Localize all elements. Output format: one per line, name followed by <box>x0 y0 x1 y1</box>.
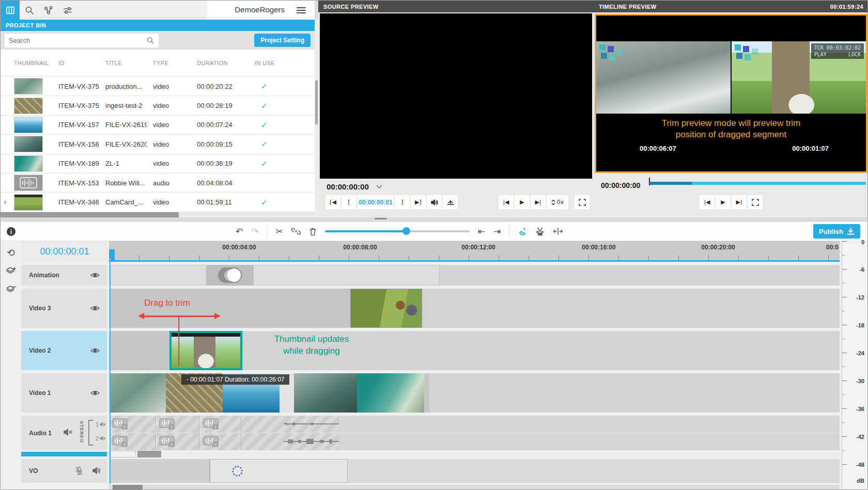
channel-1-muted-icon[interactable] <box>100 422 106 427</box>
audio-clip[interactable]: ? <box>109 416 156 433</box>
scrollbar-thumb[interactable] <box>113 485 143 490</box>
playhead-timecode[interactable]: 00:00:00:01 <box>21 241 108 262</box>
pixelation-artifact <box>599 44 606 51</box>
track-header-video2[interactable]: Video 2 <box>21 331 107 370</box>
settings-sliders-tab[interactable] <box>58 1 77 20</box>
undo-button[interactable]: ↶ <box>236 226 243 236</box>
play-button[interactable]: ▶ <box>515 195 530 209</box>
trim-timecodes: 00:00:06:07 00:00:01:07 <box>596 145 866 152</box>
audio-clip[interactable]: ? <box>109 433 156 450</box>
track-header-animation[interactable]: Animation <box>21 265 107 286</box>
eye-icon[interactable] <box>90 305 100 311</box>
eye-icon[interactable] <box>90 347 100 354</box>
next-frame-button[interactable]: ▶| <box>531 195 546 209</box>
goto-in-button[interactable]: [◀ <box>326 195 340 209</box>
fullscreen-button[interactable] <box>575 195 590 209</box>
play-button[interactable]: ▶ <box>716 195 731 209</box>
row-id: ITEM-VX-1570 <box>52 121 99 129</box>
search-input[interactable] <box>9 37 143 44</box>
audio-clip[interactable]: ? <box>156 433 199 450</box>
mic-muted-icon[interactable] <box>75 466 83 476</box>
vo-clip-region[interactable] <box>109 459 210 483</box>
fullscreen-button[interactable] <box>748 195 763 209</box>
add-track-button[interactable] <box>4 264 18 278</box>
audio-clip[interactable]: ? <box>200 433 241 450</box>
audio-waveform-clip[interactable] <box>284 435 339 449</box>
prev-frame-button[interactable]: |◀ <box>700 195 715 209</box>
playback-speed-button[interactable]: 0x <box>547 195 568 209</box>
in-point-timecode[interactable]: 00:00:00:01 <box>358 195 394 209</box>
timeline-preview-scrubber[interactable] <box>649 182 866 185</box>
timeline-zoom-slider[interactable] <box>325 230 470 232</box>
track-header-audio1[interactable]: Audio 1 STEREO 1 2 <box>21 416 107 450</box>
project-setting-button[interactable]: Project Setting <box>254 34 311 47</box>
panel-resize-handle[interactable] <box>375 218 387 219</box>
next-frame-button[interactable]: ▶| <box>732 195 747 209</box>
ripple-trim-right-button[interactable]: ⇥ <box>493 226 501 236</box>
animation-toggle[interactable] <box>218 267 242 283</box>
track-header-video1[interactable]: Video 1 <box>21 373 107 413</box>
delete-button[interactable] <box>309 227 317 236</box>
animation-clip[interactable] <box>109 265 440 286</box>
bin-vertical-scrollbar[interactable] <box>315 20 318 217</box>
speaker-icon[interactable] <box>92 467 102 475</box>
speaker-muted-icon[interactable] <box>64 428 73 436</box>
table-row[interactable]: ITEM-VX-3752 production... video 00:00:2… <box>1 77 315 96</box>
info-icon[interactable] <box>4 224 18 239</box>
table-row[interactable]: ITEM-VX-1538 Robbie Will... audio 00:04:… <box>1 173 315 193</box>
track-header-video3[interactable]: Video 3 <box>21 289 107 328</box>
row-type: video <box>147 121 191 129</box>
mark-out-button[interactable]: ] <box>395 195 410 209</box>
bin-horizontal-scrollbar[interactable] <box>1 212 315 217</box>
db-label: -6 <box>859 266 864 273</box>
table-row[interactable]: › ITEM-VX-3469 CamCard_... video 00:01:5… <box>1 193 315 212</box>
table-row[interactable]: ITEM-VX-3751 ingest-test-2 video 00:00:2… <box>1 96 315 115</box>
clip-thumbnail <box>14 117 43 133</box>
slider-knob[interactable] <box>402 227 410 235</box>
timeline-horizontal-scrollbar[interactable] <box>109 485 840 490</box>
eye-icon[interactable] <box>90 272 100 278</box>
ruler-label: 00:00:08:00 <box>343 244 377 251</box>
insert-to-timeline-button[interactable] <box>443 195 458 209</box>
chevron-down-icon[interactable] <box>376 185 382 189</box>
project-bin-tab[interactable] <box>1 1 20 20</box>
vo-loading-clip[interactable] <box>210 459 348 483</box>
scrollbar-thumb[interactable] <box>1 212 179 217</box>
trim-mode-button[interactable] <box>553 228 563 235</box>
timeline-ruler[interactable]: 00:00:04:00 00:00:08:00 00:00:12:00 00:0… <box>109 241 840 262</box>
hamburger-menu-icon[interactable] <box>295 4 307 17</box>
remove-track-button[interactable] <box>4 282 18 297</box>
scrollbar-thumb[interactable] <box>315 81 318 124</box>
trim-right-timecode: 00:00:01:07 <box>792 145 829 152</box>
table-row[interactable]: ITEM-VX-1570 FILE-VX-2619 video 00:00:07… <box>1 116 315 135</box>
workflow-tab[interactable] <box>39 1 58 20</box>
channel-2-muted-icon[interactable] <box>100 436 106 441</box>
track-header-vo[interactable]: VO <box>21 459 107 483</box>
audio-clip[interactable]: ? <box>156 416 199 433</box>
mark-in-button[interactable]: [ <box>342 195 357 209</box>
redo-button[interactable]: ↷ <box>251 226 258 236</box>
prev-frame-button[interactable]: |◀ <box>499 195 514 209</box>
film-strip-icon <box>5 5 16 15</box>
table-row[interactable]: ITEM-VX-1569 FILE-VX-2620 video 00:00:09… <box>1 135 315 154</box>
cartoon-video-clip[interactable] <box>350 289 422 328</box>
audio-clip[interactable]: ? <box>200 416 241 433</box>
audio-monitor-button[interactable] <box>427 195 442 209</box>
reset-view-button[interactable]: ⟲ <box>4 245 18 260</box>
audio-waveform-clip[interactable] <box>284 417 339 431</box>
cut-button[interactable]: ✂ <box>276 226 283 236</box>
eye-icon[interactable] <box>90 390 100 396</box>
snap-toggle-button[interactable] <box>518 227 527 236</box>
row-expander-icon[interactable]: › <box>4 197 6 207</box>
razor-all-tracks-button[interactable] <box>535 227 545 236</box>
publish-button[interactable]: Publish <box>813 224 860 239</box>
ripple-trim-left-button[interactable]: ⇤ <box>478 226 485 236</box>
timeline-preview-scrub-timecode: 00:00:00:00 <box>601 181 640 189</box>
film-frame <box>357 373 424 413</box>
search-tab[interactable] <box>20 1 39 20</box>
goto-out-button[interactable]: ▶] <box>411 195 426 209</box>
dragged-trim-clip[interactable] <box>169 331 242 370</box>
table-row[interactable]: ITEM-VX-1896 ZL-1 video 00:00:36:19 ✓ <box>1 154 315 173</box>
hidden-track-header-strip[interactable] <box>21 452 107 456</box>
unlink-button[interactable] <box>291 227 301 235</box>
